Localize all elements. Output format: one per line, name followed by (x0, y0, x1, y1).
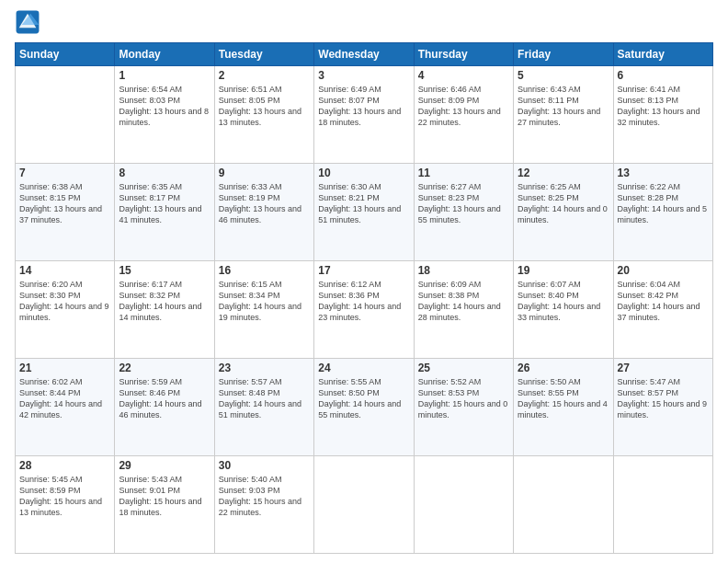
day-number: 10 (318, 167, 409, 179)
day-number: 25 (418, 362, 509, 374)
day-number: 3 (318, 69, 409, 82)
day-number: 18 (418, 264, 509, 277)
weekday-header-row: SundayMondayTuesdayWednesdayThursdayFrid… (16, 43, 713, 66)
week-row-4: 21Sunrise: 6:02 AMSunset: 8:44 PMDayligh… (16, 359, 713, 456)
calendar-cell: 27Sunrise: 5:47 AMSunset: 8:57 PMDayligh… (613, 359, 712, 456)
cell-info: Sunrise: 6:04 AMSunset: 8:42 PMDaylight:… (618, 279, 709, 324)
calendar-cell: 5Sunrise: 6:43 AMSunset: 8:11 PMDaylight… (514, 66, 613, 164)
cell-info: Sunrise: 5:47 AMSunset: 8:57 PMDaylight:… (618, 376, 709, 421)
calendar-cell: 16Sunrise: 6:15 AMSunset: 8:34 PMDayligh… (214, 261, 313, 359)
day-number: 26 (518, 362, 609, 374)
day-number: 9 (219, 167, 310, 179)
week-row-5: 28Sunrise: 5:45 AMSunset: 8:59 PMDayligh… (16, 456, 713, 554)
cell-info: Sunrise: 6:22 AMSunset: 8:28 PMDaylight:… (618, 181, 709, 226)
day-number: 14 (19, 264, 110, 277)
week-row-2: 7Sunrise: 6:38 AMSunset: 8:15 PMDaylight… (16, 164, 713, 261)
weekday-header-sunday: Sunday (16, 43, 115, 66)
cell-info: Sunrise: 6:43 AMSunset: 8:11 PMDaylight:… (518, 84, 609, 129)
cell-info: Sunrise: 6:54 AMSunset: 8:03 PMDaylight:… (119, 84, 210, 129)
day-number: 11 (418, 167, 509, 179)
calendar-cell: 12Sunrise: 6:25 AMSunset: 8:25 PMDayligh… (514, 164, 613, 261)
calendar-cell: 6Sunrise: 6:41 AMSunset: 8:13 PMDaylight… (613, 66, 712, 164)
calendar-cell: 2Sunrise: 6:51 AMSunset: 8:05 PMDaylight… (214, 66, 313, 164)
cell-info: Sunrise: 5:57 AMSunset: 8:48 PMDaylight:… (219, 376, 310, 421)
calendar-cell: 30Sunrise: 5:40 AMSunset: 9:03 PMDayligh… (214, 456, 313, 554)
calendar-cell: 9Sunrise: 6:33 AMSunset: 8:19 PMDaylight… (214, 164, 313, 261)
calendar-cell: 14Sunrise: 6:20 AMSunset: 8:30 PMDayligh… (16, 261, 115, 359)
day-number: 30 (219, 459, 310, 472)
cell-info: Sunrise: 5:55 AMSunset: 8:50 PMDaylight:… (318, 376, 409, 421)
day-number: 22 (119, 362, 210, 374)
calendar-cell: 17Sunrise: 6:12 AMSunset: 8:36 PMDayligh… (314, 261, 414, 359)
cell-info: Sunrise: 6:46 AMSunset: 8:09 PMDaylight:… (418, 84, 509, 129)
calendar-cell: 25Sunrise: 5:52 AMSunset: 8:53 PMDayligh… (414, 359, 513, 456)
cell-info: Sunrise: 5:43 AMSunset: 9:01 PMDaylight:… (119, 474, 210, 519)
cell-info: Sunrise: 5:40 AMSunset: 9:03 PMDaylight:… (219, 474, 310, 519)
cell-info: Sunrise: 6:02 AMSunset: 8:44 PMDaylight:… (19, 376, 110, 421)
day-number: 29 (119, 459, 210, 472)
calendar-cell (314, 456, 414, 554)
calendar-cell: 10Sunrise: 6:30 AMSunset: 8:21 PMDayligh… (314, 164, 414, 261)
cell-info: Sunrise: 5:52 AMSunset: 8:53 PMDaylight:… (418, 376, 509, 421)
logo (15, 9, 44, 35)
calendar-cell: 26Sunrise: 5:50 AMSunset: 8:55 PMDayligh… (514, 359, 613, 456)
day-number: 4 (418, 69, 509, 82)
cell-info: Sunrise: 6:07 AMSunset: 8:40 PMDaylight:… (518, 279, 609, 324)
week-row-3: 14Sunrise: 6:20 AMSunset: 8:30 PMDayligh… (16, 261, 713, 359)
cell-info: Sunrise: 6:41 AMSunset: 8:13 PMDaylight:… (618, 84, 709, 129)
day-number: 17 (318, 264, 409, 277)
day-number: 23 (219, 362, 310, 374)
calendar-cell: 13Sunrise: 6:22 AMSunset: 8:28 PMDayligh… (613, 164, 712, 261)
day-number: 19 (518, 264, 609, 277)
cell-info: Sunrise: 6:09 AMSunset: 8:38 PMDaylight:… (418, 279, 509, 324)
logo-icon (15, 9, 40, 35)
weekday-header-saturday: Saturday (613, 43, 712, 66)
week-row-1: 1Sunrise: 6:54 AMSunset: 8:03 PMDaylight… (16, 66, 713, 164)
calendar-cell (414, 456, 513, 554)
day-number: 13 (618, 167, 709, 179)
calendar-cell (613, 456, 712, 554)
calendar-cell: 23Sunrise: 5:57 AMSunset: 8:48 PMDayligh… (214, 359, 313, 456)
calendar-cell: 15Sunrise: 6:17 AMSunset: 8:32 PMDayligh… (115, 261, 214, 359)
cell-info: Sunrise: 6:51 AMSunset: 8:05 PMDaylight:… (219, 84, 310, 129)
day-number: 16 (219, 264, 310, 277)
weekday-header-tuesday: Tuesday (214, 43, 313, 66)
cell-info: Sunrise: 6:25 AMSunset: 8:25 PMDaylight:… (518, 181, 609, 226)
day-number: 2 (219, 69, 310, 82)
cell-info: Sunrise: 5:50 AMSunset: 8:55 PMDaylight:… (518, 376, 609, 421)
day-number: 6 (618, 69, 709, 82)
weekday-header-friday: Friday (514, 43, 613, 66)
calendar-cell: 4Sunrise: 6:46 AMSunset: 8:09 PMDaylight… (414, 66, 513, 164)
day-number: 21 (19, 362, 110, 374)
day-number: 8 (119, 167, 210, 179)
calendar-cell (514, 456, 613, 554)
calendar-cell: 8Sunrise: 6:35 AMSunset: 8:17 PMDaylight… (115, 164, 214, 261)
calendar-cell: 24Sunrise: 5:55 AMSunset: 8:50 PMDayligh… (314, 359, 414, 456)
day-number: 24 (318, 362, 409, 374)
day-number: 5 (518, 69, 609, 82)
calendar-cell: 1Sunrise: 6:54 AMSunset: 8:03 PMDaylight… (115, 66, 214, 164)
day-number: 7 (19, 167, 110, 179)
day-number: 28 (19, 459, 110, 472)
day-number: 20 (618, 264, 709, 277)
day-number: 12 (518, 167, 609, 179)
calendar-table: SundayMondayTuesdayWednesdayThursdayFrid… (15, 42, 713, 554)
cell-info: Sunrise: 5:45 AMSunset: 8:59 PMDaylight:… (19, 474, 110, 519)
calendar-cell: 22Sunrise: 5:59 AMSunset: 8:46 PMDayligh… (115, 359, 214, 456)
cell-info: Sunrise: 6:49 AMSunset: 8:07 PMDaylight:… (318, 84, 409, 129)
day-number: 27 (618, 362, 709, 374)
cell-info: Sunrise: 5:59 AMSunset: 8:46 PMDaylight:… (119, 376, 210, 421)
cell-info: Sunrise: 6:15 AMSunset: 8:34 PMDaylight:… (219, 279, 310, 324)
day-number: 15 (119, 264, 210, 277)
cell-info: Sunrise: 6:33 AMSunset: 8:19 PMDaylight:… (219, 181, 310, 226)
calendar-cell: 18Sunrise: 6:09 AMSunset: 8:38 PMDayligh… (414, 261, 513, 359)
calendar-cell: 3Sunrise: 6:49 AMSunset: 8:07 PMDaylight… (314, 66, 414, 164)
calendar-cell: 19Sunrise: 6:07 AMSunset: 8:40 PMDayligh… (514, 261, 613, 359)
cell-info: Sunrise: 6:30 AMSunset: 8:21 PMDaylight:… (318, 181, 409, 226)
calendar-cell: 21Sunrise: 6:02 AMSunset: 8:44 PMDayligh… (16, 359, 115, 456)
calendar-cell (16, 66, 115, 164)
calendar-cell: 7Sunrise: 6:38 AMSunset: 8:15 PMDaylight… (16, 164, 115, 261)
cell-info: Sunrise: 6:38 AMSunset: 8:15 PMDaylight:… (19, 181, 110, 226)
calendar-cell: 11Sunrise: 6:27 AMSunset: 8:23 PMDayligh… (414, 164, 513, 261)
calendar-cell: 20Sunrise: 6:04 AMSunset: 8:42 PMDayligh… (613, 261, 712, 359)
